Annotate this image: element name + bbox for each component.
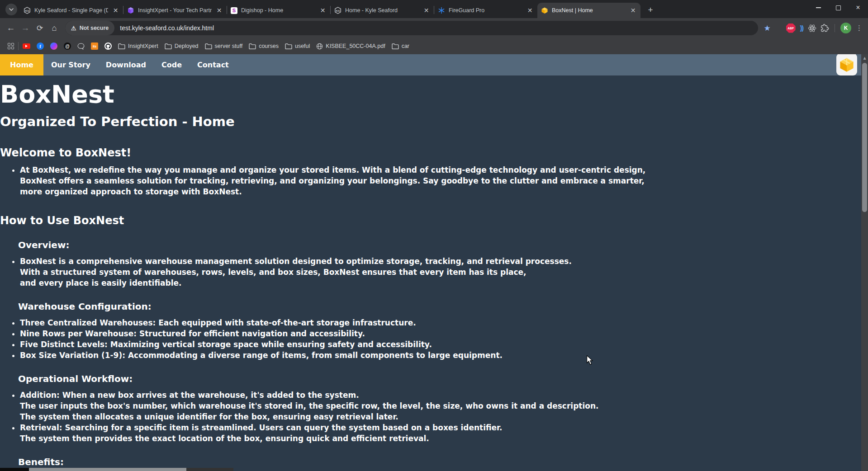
github-icon	[104, 42, 112, 50]
adblock-extension-icon[interactable]: ABP	[786, 24, 796, 33]
bookmark-item[interactable]: server stuff	[202, 40, 246, 52]
digishop-s-icon: S	[231, 7, 237, 14]
bookmark-item[interactable]: car	[389, 40, 413, 52]
section-heading: How to Use BoxNest	[0, 214, 868, 227]
security-chip[interactable]: ⚠ Not secure	[65, 21, 114, 35]
bullet-line: BoxNest is a comprehensive warehouse man…	[20, 256, 868, 267]
folder-icon	[392, 43, 399, 49]
tab-close-icon[interactable]: ✕	[112, 7, 119, 14]
facebook-icon: f	[37, 42, 44, 50]
nav-item-our-story[interactable]: Our Story	[43, 54, 98, 75]
boxnest-logo-icon	[839, 57, 855, 73]
browser-tab[interactable]: FireGuard Pro✕	[434, 3, 537, 18]
apps-grid-bookmark[interactable]	[5, 40, 17, 52]
bookmark-item[interactable]: useful	[282, 40, 313, 52]
bookmark-label: courses	[259, 43, 279, 49]
bullet-line: Nine Rows per Warehouse: Structured for …	[20, 328, 868, 339]
vertical-scrollbar-thumb[interactable]	[862, 63, 867, 212]
bookmark-item[interactable]: courses	[246, 40, 282, 52]
bullet-item: Box Size Variation (1-9): Accommodating …	[20, 350, 868, 361]
globe-icon	[316, 43, 323, 50]
bullet-line: The system then allocates a unique ident…	[20, 411, 868, 422]
bookmark-icon-item[interactable]	[101, 40, 115, 52]
bullet-list: Three Centralized Warehouses: Each equip…	[0, 317, 868, 361]
bullet-line: more organized approach to storage with …	[20, 186, 868, 197]
minimize-button[interactable]	[808, 0, 828, 15]
bookmark-icon-item[interactable]	[19, 40, 33, 52]
home-button[interactable]: ⌂	[47, 21, 62, 35]
threads-icon: @	[64, 42, 71, 50]
bookmark-star-icon[interactable]: ★	[764, 24, 770, 33]
bookmark-item[interactable]: Deployed	[161, 40, 202, 52]
nav-item-contact[interactable]: Contact	[190, 54, 237, 75]
tab-close-icon[interactable]: ✕	[629, 7, 637, 14]
warning-triangle-icon: ⚠	[71, 25, 76, 32]
vertical-scrollbar[interactable]: ▲	[861, 54, 868, 471]
profile-avatar[interactable]: K	[840, 23, 851, 33]
bullet-line: Retrieval: Searching for a specific item…	[20, 422, 868, 433]
maximize-button[interactable]	[828, 0, 848, 15]
bullet-line: The user inputs the box's number, which …	[20, 400, 868, 411]
security-label: Not secure	[80, 25, 109, 31]
back-button[interactable]: ←	[4, 21, 18, 35]
subsection-heading: Overview:	[18, 240, 868, 250]
browser-tab-active[interactable]: BoxNest | Home✕	[537, 3, 640, 18]
tab-close-icon[interactable]: ✕	[422, 7, 430, 14]
bookmark-icon-item[interactable]: f	[33, 40, 47, 52]
address-bar[interactable]: ⚠ Not secure test.kyle-seaford.co.uk/ind…	[65, 21, 758, 35]
extensions-puzzle-icon[interactable]	[821, 24, 829, 32]
nav-item-download[interactable]: Download	[98, 54, 154, 75]
new-tab-button[interactable]: +	[644, 4, 657, 16]
forward-button[interactable]: →	[18, 21, 33, 35]
bullet-line: BoxNest offers a seamless solution for t…	[20, 175, 868, 186]
horizontal-scrollbar-track	[186, 468, 233, 471]
bullet-item: Retrieval: Searching for a specific item…	[20, 422, 868, 444]
svg-text:KS: KS	[336, 9, 340, 12]
atom-extension-icon[interactable]	[808, 24, 816, 33]
bookmark-label: InsightXpert	[128, 43, 158, 49]
folder-icon	[118, 43, 125, 49]
purple-cube-icon	[127, 7, 134, 14]
ks-hexagon-icon: KS	[24, 7, 31, 14]
tab-search-button[interactable]	[5, 4, 17, 15]
close-window-button[interactable]: ×	[848, 0, 868, 15]
bullet-item: Three Centralized Warehouses: Each equip…	[20, 317, 868, 328]
bullet-item: Addition: When a new box arrives at the …	[20, 390, 868, 422]
bookmark-item[interactable]: KISBEE_50CC-04A.pdf	[313, 40, 388, 52]
signal-extension-icon[interactable]: ))	[800, 24, 803, 32]
back-arrow-icon: ←	[7, 23, 15, 33]
tab-title: Kyle Seaford - Single Page (Dar	[34, 7, 108, 14]
browser-tab[interactable]: KSKyle Seaford - Single Page (Dar✕	[20, 3, 123, 18]
bookmark-label: Deployed	[175, 43, 199, 49]
tab-close-icon[interactable]: ✕	[215, 7, 223, 14]
bookmark-icon-item[interactable]	[74, 40, 88, 52]
horizontal-scrollbar[interactable]	[0, 468, 233, 471]
reload-button[interactable]: ⟳	[33, 21, 47, 35]
bookmark-item[interactable]: InsightXpert	[115, 40, 161, 52]
tab-title: Home - Kyle Seaford	[345, 7, 419, 14]
browser-tab[interactable]: SDigishop - Home✕	[227, 3, 330, 18]
bullet-line: and every place is easily identifiable.	[20, 278, 868, 288]
bookmarks-bar: f@itsInsightXpertDeployedserver stuffcou…	[0, 38, 868, 54]
bookmark-icon-item[interactable]: @	[61, 40, 74, 52]
bookmark-icon-item[interactable]: its	[88, 40, 101, 52]
reload-icon: ⟳	[37, 24, 43, 33]
bullet-item: Nine Rows per Warehouse: Structured for …	[20, 328, 868, 339]
bookmark-label: KISBEE_50CC-04A.pdf	[326, 43, 385, 49]
horizontal-scrollbar-thumb[interactable]	[29, 468, 186, 471]
tab-close-icon[interactable]: ✕	[526, 7, 534, 14]
browser-tab[interactable]: KSHome - Kyle Seaford✕	[331, 3, 434, 18]
bullet-line: With a structured system of warehouses, …	[20, 267, 868, 278]
chat-bubble-icon	[77, 43, 85, 50]
ks-hexagon-icon: KS	[334, 7, 342, 14]
nav-item-code[interactable]: Code	[154, 54, 190, 75]
nav-item-home[interactable]: Home	[0, 54, 43, 75]
browser-toolbar: ← → ⟳ ⌂ ⚠ Not secure test.kyle-seaford.c…	[0, 18, 868, 38]
toolbar-right: ★ ABP )) K ⋮	[762, 23, 864, 33]
scrollbar-up-arrow[interactable]: ▲	[861, 56, 868, 60]
browser-menu-button[interactable]: ⋮	[856, 24, 863, 32]
tab-close-icon[interactable]: ✕	[319, 7, 327, 14]
browser-tab[interactable]: InsightXpert - Your Tech Partner✕	[123, 3, 227, 18]
bookmark-icon-item[interactable]	[47, 40, 61, 52]
folder-icon	[165, 43, 172, 49]
